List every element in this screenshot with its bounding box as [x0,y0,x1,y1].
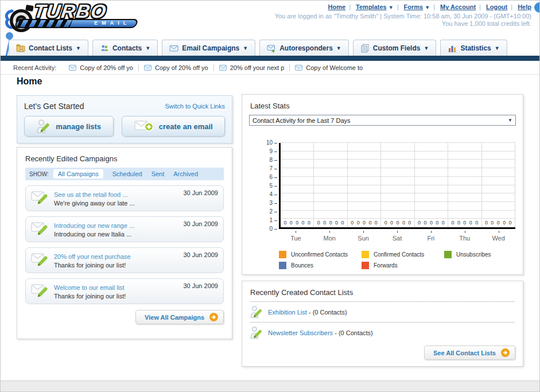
bar-value-label: 0 [329,220,332,226]
arrow-circle-icon [501,348,510,357]
x-axis-tick-label: Mon [313,231,347,242]
campaign-date: 30 Jun 2009 [183,189,218,196]
stats-period-select[interactable]: Contact Activity for the Last 7 Days ▼ [249,115,516,126]
filter-sent[interactable]: Sent [151,170,165,177]
chart-day-group: 00000 [481,143,515,227]
recent-activity-item-label: 20% off your next p [230,64,285,71]
legend-swatch [362,251,369,258]
chart-day-group: 00000 [448,143,481,227]
get-started-title: Let's Get Started [24,102,84,111]
bar-value-label: 0 [457,220,460,226]
campaign-row[interactable]: Introducing our new range ...Introducing… [25,216,224,242]
nav-link-forms[interactable]: Forms [404,3,424,10]
recent-activity-item[interactable]: Copy of 20% off yo [69,64,133,71]
bar-value-label: 0 [375,220,378,226]
chevron-down-icon: ▼ [336,45,341,51]
tab-email-campaigns[interactable]: Email Campaigns ▼ [162,40,255,56]
legend-item: Confirmed Contacts [362,251,444,258]
contact-list-link[interactable]: Exhibition List [268,309,307,316]
navy-divider-bar [1,56,539,61]
contact-list-count: - (0 Contacts) [309,309,347,316]
filter-scheduled[interactable]: Scheduled [112,170,142,177]
campaign-title-link[interactable]: Welcome to our email list [54,284,125,291]
campaign-date: 30 Jun 2009 [183,220,218,227]
contact-list-row[interactable]: Newsletter Subscribers - (0 Contacts) [250,323,515,343]
status-line-1: You are logged in as "Timothy Smith" | S… [275,13,531,20]
campaign-row[interactable]: Welcome to our email listThanks for join… [25,278,224,304]
filter-all-campaigns[interactable]: All Campaigns [53,169,103,178]
contact-list-row[interactable]: Exhibition List - (0 Contacts) [250,302,515,322]
envelope-plus-icon [134,119,154,133]
nav-link-help[interactable]: Help [518,3,531,10]
divider [289,64,290,71]
tab-label: Statistics [460,44,491,52]
recent-activity-item[interactable]: 20% off your next p [219,64,285,71]
recent-activity-item-label: Copy of Welcome to [306,64,363,71]
chart-day-group: 00000 [281,143,313,227]
contact-list-link[interactable]: Newsletter Subscribers [268,329,333,336]
nav-link-my-account[interactable]: My Account [440,3,476,10]
nav-link-home[interactable]: Home [328,3,346,10]
legend-item: Bounces [279,262,362,269]
contact-lists-panel: Recently Created Contact Lists Exhibitio… [242,281,523,367]
envelope-icon [144,65,151,71]
bar-value-label: 0 [463,220,466,226]
envelope-arrow-icon [267,44,276,53]
bar-value-label: 0 [317,220,320,226]
tab-label: Custom Fields [373,44,421,52]
campaign-title-link[interactable]: 20% off your next purchase [54,253,131,260]
recent-activity-item[interactable]: Copy of 20% off yo [144,64,208,71]
envelope-pencil-icon [31,282,49,298]
view-all-campaigns-button[interactable]: View All Campaigns [135,310,224,324]
footer-bar [1,381,539,391]
chevron-down-icon: ▼ [76,45,81,51]
campaign-row[interactable]: See us at the retail food ...We're givin… [25,185,224,211]
stats-title: Latest Stats [242,95,523,115]
top-navigation: Home| Templates ▼| Forms ▼| My Account| … [328,3,531,10]
login-status: You are logged in as "Timothy Smith" | S… [275,13,531,28]
bar-value-label: 0 [503,220,506,226]
bar-value-label: 0 [418,220,421,226]
bar-value-label: 0 [290,220,293,226]
campaign-title-link[interactable]: Introducing our new range ... [54,222,134,229]
see-all-contact-lists-button[interactable]: See All Contact Lists [424,346,515,360]
arrow-circle-icon [209,313,218,321]
campaign-subtitle: Introducing our new Italia ... [54,230,178,239]
tab-contacts[interactable]: Contacts ▼ [92,40,158,56]
tab-custom-fields[interactable]: Custom Fields ▼ [353,40,437,56]
tab-label: Email Campaigns [182,44,239,52]
recent-activity-item[interactable]: Copy of Welcome to [295,64,363,71]
person-pencil-icon [37,119,50,134]
create-email-label: create an email [159,122,213,131]
legend-swatch [279,251,286,258]
y-axis-tick-label: 2 [269,208,277,215]
nav-link-logout[interactable]: Logout [486,3,507,10]
header: TURBO EMAIL Home| Templates ▼| Forms ▼| … [1,1,539,39]
stats-select-value: Contact Activity for the Last 7 Days [252,117,351,124]
bar-value-label: 0 [351,220,353,226]
envelope-icon [169,44,178,53]
manage-lists-button[interactable]: manage lists [24,116,114,137]
nav-link-templates[interactable]: Templates [356,3,387,10]
tab-statistics[interactable]: Statistics ▼ [440,40,507,56]
create-email-button[interactable]: create an email [122,116,225,137]
campaign-row[interactable]: 20% off your next purchaseThanks for joi… [25,247,224,273]
see-all-contact-lists-label: See All Contact Lists [433,350,496,356]
campaign-subtitle: We're giving away our late ... [54,199,178,208]
legend-swatch [279,262,286,269]
switch-quick-links[interactable]: Switch to Quick Links [165,103,225,110]
campaign-title-link[interactable]: See us at the retail food ... [54,191,127,198]
x-axis-tick-label: Wed [481,231,515,242]
bar-value-label: 0 [341,220,344,226]
filter-archived[interactable]: Archived [173,170,198,177]
bar-value-label: 0 [452,220,454,226]
legend-item: Unsubscribes [444,251,527,258]
tab-autoresponders[interactable]: Autoresponders ▼ [259,40,349,56]
bar-value-label: 0 [408,220,411,226]
tab-label: Contacts [112,44,142,52]
contacts-people-icon [100,44,109,53]
bar-value-label: 0 [430,220,433,226]
chevron-down-icon: ▼ [389,5,394,10]
tab-contact-lists[interactable]: Contact Lists ▼ [9,40,88,56]
y-axis-tick-label: 1 [269,217,277,224]
